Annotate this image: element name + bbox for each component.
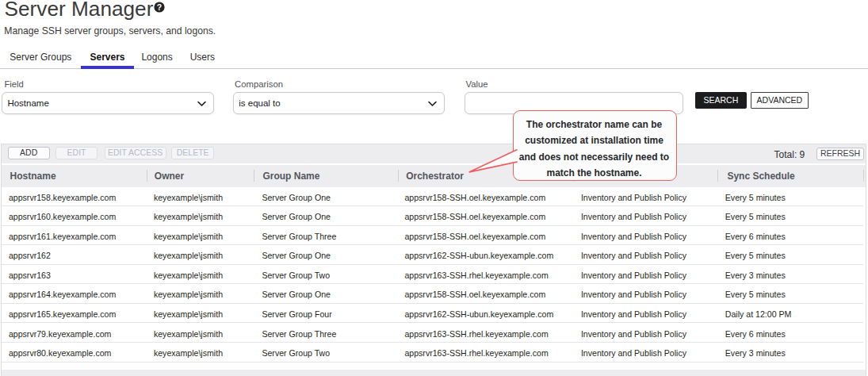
svg-text:?: ? bbox=[156, 2, 161, 11]
